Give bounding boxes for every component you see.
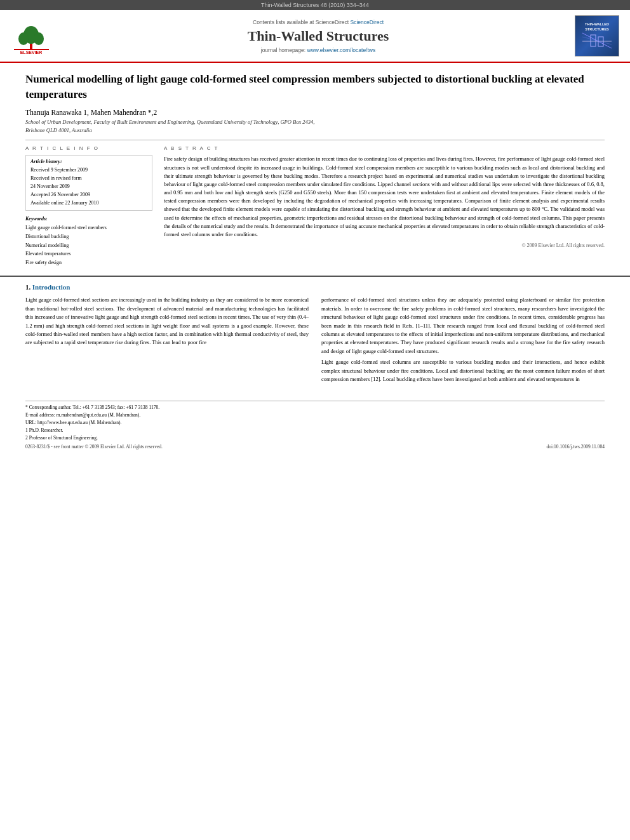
revised-label: Received in revised form [30, 175, 147, 183]
footnote-corresponding: * Corresponding author. Tel.: +61 7 3138… [25, 404, 605, 411]
keywords-label: Keywords: [25, 216, 152, 222]
svg-point-2 [18, 32, 29, 45]
authors: Thanuja Ranawaka 1, Mahen Mahendran *,2 [25, 109, 605, 116]
received-date: Received 9 September 2009 [30, 166, 147, 175]
body-content: 1. Introduction Light gauge cold-formed … [0, 276, 630, 395]
affiliation-line2: Brisbane QLD 4001, Australia [25, 127, 605, 135]
footnote-1: 1 Ph.D. Researcher. [25, 427, 605, 434]
header-right: THIN-WALLEDSTRUCTURES [572, 15, 622, 57]
section1-col2: performance of cold-formed steel structu… [321, 296, 605, 386]
cover-graphic [581, 32, 613, 50]
section1-header: 1. Introduction [25, 283, 605, 291]
journal-volume-info: Thin-Walled Structures 48 (2010) 334–344 [261, 2, 369, 8]
accepted-date: Accepted 26 November 2009 [30, 191, 147, 199]
keywords-box: Keywords: Light gauge cold-formed steel … [25, 216, 152, 267]
available-date: Available online 22 January 2010 [30, 199, 147, 208]
sciencedirect-anchor[interactable]: ScienceDirect [351, 19, 384, 25]
article-history-box: Article history: Received 9 September 20… [25, 155, 152, 211]
section1-title: Introduction [32, 283, 70, 291]
affiliation-line1: School of Urban Development, Faculty of … [25, 119, 605, 126]
copyright: © 2009 Elsevier Ltd. All rights reserved… [164, 243, 605, 248]
abstract-col: A B S T R A C T Fire safety design of bu… [164, 145, 605, 267]
revised-date: 24 November 2009 [30, 183, 147, 191]
history-label: Article history: [30, 159, 147, 164]
abstract-heading: A B S T R A C T [164, 145, 605, 151]
keyword-3: Numerical modelling [25, 241, 152, 250]
article-info-heading: A R T I C L E I N F O [25, 145, 152, 151]
footnote-2: 2 Professor of Structural Engineering. [25, 434, 605, 442]
elsevier-logo: ELSEVIER [8, 17, 58, 55]
divider-1 [25, 140, 605, 140]
section1-col1-para1: Light gauge cold-formed steel sections a… [25, 296, 309, 347]
issn-info: 0263-8231/$ - see front matter © 2009 El… [25, 444, 163, 450]
article-title: Numerical modelling of light gauge cold-… [25, 72, 605, 102]
keyword-2: Distortional buckling [25, 232, 152, 241]
header-center: Contents lists available at ScienceDirec… [71, 15, 565, 57]
footnotes: * Corresponding author. Tel.: +61 7 3138… [25, 401, 605, 442]
keyword-4: Elevated temperatures [25, 250, 152, 258]
journal-homepage: journal homepage: www.elsevier.com/locat… [261, 47, 375, 53]
sciencedirect-link: Contents lists available at ScienceDirec… [253, 19, 384, 25]
article-info-col: A R T I C L E I N F O Article history: R… [25, 145, 152, 267]
svg-point-3 [34, 32, 44, 45]
section1-body: Light gauge cold-formed steel sections a… [25, 296, 605, 386]
section1-col1: Light gauge cold-formed steel sections a… [25, 296, 309, 386]
svg-text:ELSEVIER: ELSEVIER [20, 50, 43, 55]
article-content: Numerical modelling of light gauge cold-… [0, 63, 630, 276]
footnote-email: E-mail address: m.mahendran@qut.edu.au (… [25, 411, 605, 419]
article-info-abstract: A R T I C L E I N F O Article history: R… [25, 145, 605, 267]
section1-col2-para2: Light gauge cold-formed steel columns ar… [321, 358, 605, 383]
abstract-text: Fire safety design of building structure… [164, 155, 605, 239]
section1-col2-para1: performance of cold-formed steel structu… [321, 296, 605, 356]
journal-cover-image: THIN-WALLEDSTRUCTURES [575, 15, 619, 57]
keyword-1: Light gauge cold-formed steel members [25, 223, 152, 232]
doi-info: doi:10.1016/j.tws.2009.11.004 [546, 444, 605, 450]
journal-header: ELSEVIER Contents lists available at Sci… [0, 10, 630, 63]
header-left: ELSEVIER [8, 15, 65, 57]
keyword-5: Fire safety design [25, 258, 152, 267]
journal-url[interactable]: www.elsevier.com/locate/tws [307, 47, 376, 53]
footnote-url: URL: http://www.bee.qut.edu.au (M. Mahen… [25, 419, 605, 427]
bottom-bar: 0263-8231/$ - see front matter © 2009 El… [0, 442, 630, 451]
page-wrapper: Thin-Walled Structures 48 (2010) 334–344… [0, 0, 630, 840]
cover-title: THIN-WALLEDSTRUCTURES [585, 22, 609, 31]
journal-title: Thin-Walled Structures [248, 28, 389, 44]
top-bar: Thin-Walled Structures 48 (2010) 334–344 [0, 0, 630, 10]
section1-number: 1. [25, 283, 30, 291]
